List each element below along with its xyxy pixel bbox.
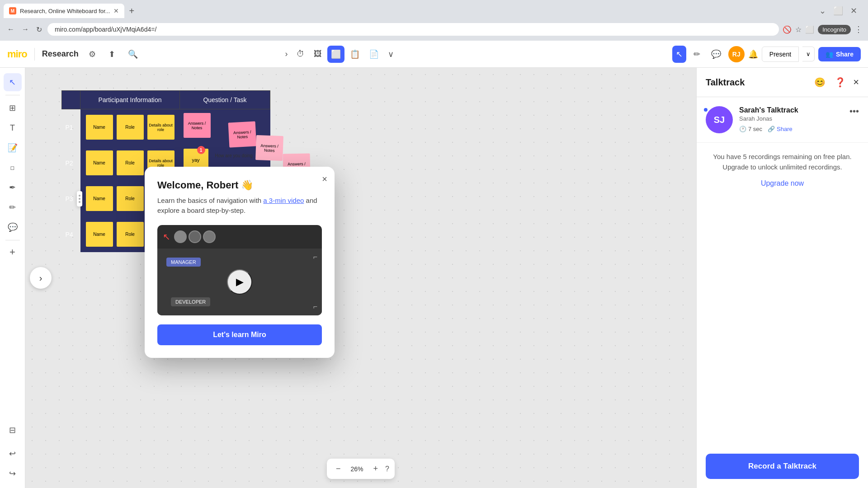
talktrack-emoji-btn[interactable]: 😊 <box>812 75 827 89</box>
star-icon[interactable]: ☆ <box>795 25 802 34</box>
back-btn[interactable]: ← <box>5 23 16 35</box>
new-tab-btn[interactable]: + <box>125 4 138 18</box>
talktrack-help-btn[interactable]: ❓ <box>833 75 848 89</box>
how-are-doing-sticky[interactable]: How are you doing <box>215 153 253 158</box>
zoom-help-btn[interactable]: ? <box>385 465 389 473</box>
window-close-btn[interactable]: ✕ <box>850 6 857 16</box>
more-tools-btn[interactable]: ∨ <box>384 46 397 63</box>
p1-role-sticky[interactable]: Role <box>117 115 144 140</box>
modal-close-btn[interactable]: × <box>322 174 327 184</box>
selection-btn[interactable]: ⬜ <box>327 46 344 63</box>
p2-name-sticky[interactable]: Name <box>86 150 113 175</box>
minimize-btn[interactable]: ⌄ <box>819 6 826 16</box>
recording-info: Sarah's Talktrack Sarah Jonas 🕐 7 sec 🔗 … <box>739 106 843 132</box>
header-question-task: Question / Task <box>180 91 270 109</box>
canvas-nav-arrow[interactable]: › <box>30 267 52 289</box>
notifications-btn[interactable]: 🔔 <box>748 49 758 59</box>
floating-sticky-1[interactable]: Answers / Notes <box>228 121 257 147</box>
canvas-area[interactable]: Participant Information Question / Task … <box>25 68 696 488</box>
handle-dot <box>79 195 80 197</box>
p1-details-sticky[interactable]: Details about role <box>147 115 175 140</box>
p1-name-sticky[interactable]: Name <box>86 115 113 140</box>
share-meta[interactable]: 🔗 Share <box>768 126 793 132</box>
shape-tool-btn[interactable]: ◇ <box>0 155 25 181</box>
frames-tool-btn[interactable]: ⊞ <box>4 99 22 117</box>
share-label: Share <box>836 51 854 58</box>
side-handle[interactable] <box>77 191 82 206</box>
comment-btn[interactable]: 💬 <box>708 46 725 63</box>
share-label[interactable]: Share <box>777 126 793 132</box>
board-title[interactable]: Research <box>42 49 79 59</box>
sticky-tool-btn[interactable]: 📝 <box>4 139 22 157</box>
modal-video-link[interactable]: a 3-min video <box>263 197 304 204</box>
p3-name-sticky[interactable]: Name <box>86 186 113 211</box>
vid-person-3 <box>203 230 216 243</box>
main-area: ↖ ⊞ T 📝 ◇ ✒ ✏ 💬 + ⊟ ↩ ↪ Participant Info… <box>0 68 868 488</box>
table-header-row: Participant Information Question / Task <box>62 91 270 109</box>
cursor-icon: ↖ <box>163 231 170 242</box>
avatar-initials: SJ <box>714 115 725 125</box>
cards-btn[interactable]: 📋 <box>346 46 363 63</box>
p4-name-sticky[interactable]: Name <box>86 222 113 247</box>
present-dropdown-btn[interactable]: ∨ <box>802 47 815 61</box>
refresh-btn[interactable]: ↻ <box>34 23 44 36</box>
talktrack-close-btn[interactable]: × <box>853 76 859 88</box>
p1-label: P1 <box>62 109 80 145</box>
frame-nav-btn[interactable]: › <box>281 46 291 62</box>
learn-miro-btn[interactable]: Let's learn Miro <box>157 324 322 345</box>
recording-avatar: SJ <box>706 106 733 133</box>
miro-logo[interactable]: miro <box>7 48 27 60</box>
duration-value: 7 sec <box>748 126 762 132</box>
p3-role-sticky[interactable]: Role <box>117 186 144 211</box>
redo-btn[interactable]: ↪ <box>4 465 22 483</box>
recording-more-btn[interactable]: ••• <box>849 106 859 117</box>
recording-name: Sarah's Talktrack <box>739 106 843 114</box>
comment-tool-btn[interactable]: 💬 <box>4 218 22 236</box>
add-tool-btn[interactable]: + <box>5 244 21 260</box>
video-btn[interactable]: 🖼 <box>310 46 326 62</box>
tab-close-btn[interactable]: ✕ <box>113 7 119 14</box>
video-thumbnail[interactable]: ↖ MANAGER ▶ DEVELOPER ⌐ ⌐ <box>157 225 322 315</box>
select-tool-btn[interactable]: ↖ <box>4 73 22 91</box>
corner-bracket-tr: ⌐ <box>313 253 317 261</box>
p2-label: P2 <box>62 145 80 181</box>
zoom-in-btn[interactable]: + <box>370 462 382 475</box>
menu-btn[interactable]: ⋮ <box>854 24 863 34</box>
center-toolbar: › ⏱ 🖼 ⬜ 📋 📄 ∨ <box>281 46 397 63</box>
p2-role-sticky[interactable]: Role <box>117 150 144 175</box>
settings-btn[interactable]: ⚙ <box>86 47 99 62</box>
timer-btn[interactable]: ⏱ <box>293 46 308 62</box>
pen-tool-btn[interactable]: ✒ <box>4 178 22 197</box>
user-avatar[interactable]: RJ <box>728 46 745 62</box>
upload-btn[interactable]: ⬆ <box>106 47 118 62</box>
forward-btn[interactable]: → <box>20 23 31 35</box>
templates-btn[interactable]: 📄 <box>365 46 382 63</box>
incognito-badge: Incognito <box>818 25 851 34</box>
text-tool-btn[interactable]: T <box>4 119 22 137</box>
marker-btn[interactable]: ✏ <box>690 46 704 63</box>
panel-toggle-btn[interactable]: ⊟ <box>4 421 22 439</box>
undo-btn[interactable]: ↩ <box>4 445 22 463</box>
video-play-btn[interactable]: ▶ <box>227 269 252 295</box>
search-btn[interactable]: 🔍 <box>125 47 141 62</box>
share-btn[interactable]: 👥 Share <box>818 47 861 61</box>
restore-btn[interactable]: ⬜ <box>833 6 843 16</box>
p4-role-sticky[interactable]: Role <box>117 222 144 247</box>
record-talktrack-btn[interactable]: Record a Talktrack <box>706 454 859 479</box>
video-preview-content: ↖ MANAGER ▶ DEVELOPER ⌐ ⌐ <box>157 225 322 315</box>
eraser-tool-btn[interactable]: ✏ <box>4 198 22 216</box>
active-tab[interactable]: M Research, Online Whiteboard for... ✕ <box>4 4 124 18</box>
present-btn[interactable]: Present <box>762 47 799 62</box>
header-empty <box>62 91 80 109</box>
vid-persons <box>174 230 216 243</box>
upgrade-link[interactable]: Upgrade now <box>761 179 804 188</box>
extension-icon[interactable]: ⬜ <box>805 25 814 34</box>
duration-meta: 🕐 7 sec <box>739 126 762 132</box>
header-participant-info: Participant Information <box>80 91 180 109</box>
floating-sticky-2[interactable]: Answers / Notes <box>255 135 283 161</box>
zoom-out-btn[interactable]: − <box>332 462 344 475</box>
p1-answers-sticky[interactable]: Answers / Notes <box>184 113 211 138</box>
pointer-tool-btn[interactable]: ↖ <box>672 46 686 63</box>
url-input[interactable] <box>47 23 779 36</box>
window-controls: ⌄ ⬜ ✕ <box>819 6 864 16</box>
